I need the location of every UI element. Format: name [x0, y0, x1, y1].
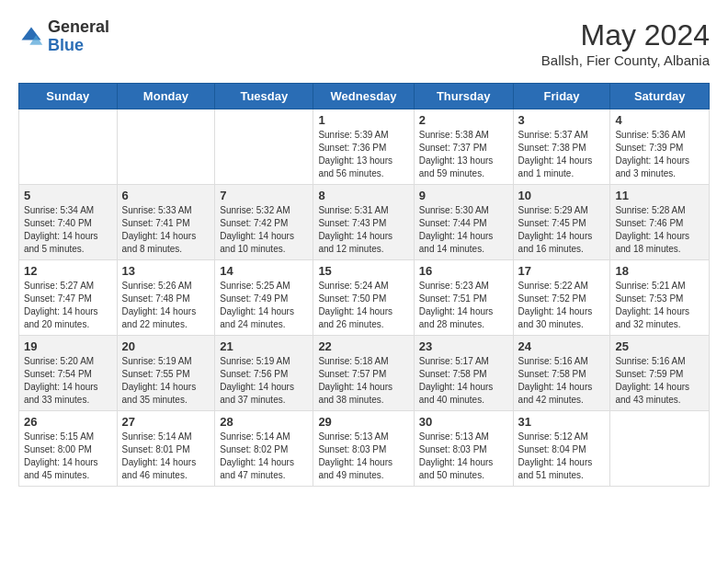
day-info: Sunrise: 5:17 AMSunset: 7:58 PMDaylight:…	[419, 355, 508, 407]
day-info: Sunrise: 5:20 AMSunset: 7:54 PMDaylight:…	[24, 355, 112, 407]
day-number: 23	[419, 339, 508, 353]
calendar-cell: 17Sunrise: 5:22 AMSunset: 7:52 PMDayligh…	[513, 260, 610, 336]
day-number: 12	[24, 264, 112, 278]
calendar-week-row: 19Sunrise: 5:20 AMSunset: 7:54 PMDayligh…	[19, 336, 710, 411]
month-title: May 2024	[541, 18, 710, 52]
day-of-week-header: Friday	[513, 84, 610, 109]
calendar-cell: 19Sunrise: 5:20 AMSunset: 7:54 PMDayligh…	[19, 336, 118, 411]
calendar-cell: 5Sunrise: 5:34 AMSunset: 7:40 PMDaylight…	[19, 185, 118, 260]
day-info: Sunrise: 5:26 AMSunset: 7:48 PMDaylight:…	[122, 280, 210, 331]
calendar-cell: 23Sunrise: 5:17 AMSunset: 7:58 PMDayligh…	[414, 336, 513, 411]
day-info: Sunrise: 5:15 AMSunset: 8:00 PMDaylight:…	[24, 431, 112, 482]
day-number: 13	[122, 264, 210, 278]
day-of-week-header: Wednesday	[313, 84, 414, 109]
calendar-cell: 14Sunrise: 5:25 AMSunset: 7:49 PMDayligh…	[215, 260, 313, 336]
logo-text: General Blue	[48, 18, 109, 55]
day-info: Sunrise: 5:16 AMSunset: 7:59 PMDaylight:…	[615, 355, 704, 407]
calendar-cell: 9Sunrise: 5:30 AMSunset: 7:44 PMDaylight…	[414, 185, 513, 260]
day-of-week-header: Thursday	[414, 84, 513, 109]
calendar-week-row: 26Sunrise: 5:15 AMSunset: 8:00 PMDayligh…	[19, 411, 710, 487]
day-info: Sunrise: 5:13 AMSunset: 8:03 PMDaylight:…	[318, 431, 408, 482]
calendar-cell: 28Sunrise: 5:14 AMSunset: 8:02 PMDayligh…	[215, 411, 313, 487]
day-info: Sunrise: 5:16 AMSunset: 7:58 PMDaylight:…	[518, 355, 606, 407]
day-number: 4	[615, 113, 704, 127]
day-of-week-header: Saturday	[610, 84, 710, 109]
day-number: 7	[220, 189, 308, 202]
calendar-cell: 7Sunrise: 5:32 AMSunset: 7:42 PMDaylight…	[215, 185, 313, 260]
day-number: 19	[24, 339, 112, 353]
calendar-cell: 15Sunrise: 5:24 AMSunset: 7:50 PMDayligh…	[313, 260, 414, 336]
day-number: 14	[220, 264, 308, 278]
calendar-cell	[215, 109, 313, 185]
calendar-cell: 20Sunrise: 5:19 AMSunset: 7:55 PMDayligh…	[117, 336, 215, 411]
calendar-cell	[117, 109, 215, 185]
day-number: 29	[318, 415, 408, 429]
page-header: General Blue May 2024 Ballsh, Fier Count…	[18, 18, 710, 68]
calendar-cell: 16Sunrise: 5:23 AMSunset: 7:51 PMDayligh…	[414, 260, 513, 336]
day-number: 26	[24, 415, 112, 429]
calendar-cell: 12Sunrise: 5:27 AMSunset: 7:47 PMDayligh…	[19, 260, 118, 336]
day-number: 24	[518, 339, 606, 353]
calendar-cell: 27Sunrise: 5:14 AMSunset: 8:01 PMDayligh…	[117, 411, 215, 487]
day-of-week-header: Monday	[117, 84, 215, 109]
logo: General Blue	[18, 18, 109, 55]
calendar-table: SundayMondayTuesdayWednesdayThursdayFrid…	[18, 83, 710, 487]
calendar-cell: 29Sunrise: 5:13 AMSunset: 8:03 PMDayligh…	[313, 411, 414, 487]
logo-icon	[18, 24, 44, 50]
day-info: Sunrise: 5:23 AMSunset: 7:51 PMDaylight:…	[419, 280, 508, 331]
calendar-cell: 30Sunrise: 5:13 AMSunset: 8:03 PMDayligh…	[414, 411, 513, 487]
day-number: 9	[419, 189, 508, 202]
calendar-week-row: 12Sunrise: 5:27 AMSunset: 7:47 PMDayligh…	[19, 260, 710, 336]
calendar-cell: 1Sunrise: 5:39 AMSunset: 7:36 PMDaylight…	[313, 109, 414, 185]
calendar-cell	[19, 109, 118, 185]
day-number: 27	[122, 415, 210, 429]
day-number: 3	[518, 113, 606, 127]
calendar-cell: 18Sunrise: 5:21 AMSunset: 7:53 PMDayligh…	[610, 260, 710, 336]
calendar-cell: 8Sunrise: 5:31 AMSunset: 7:43 PMDaylight…	[313, 185, 414, 260]
day-number: 31	[518, 415, 606, 429]
day-number: 17	[518, 264, 606, 278]
calendar-cell: 4Sunrise: 5:36 AMSunset: 7:39 PMDaylight…	[610, 109, 710, 185]
day-number: 6	[122, 189, 210, 202]
calendar-cell	[610, 411, 710, 487]
day-number: 1	[318, 113, 408, 127]
day-info: Sunrise: 5:14 AMSunset: 8:02 PMDaylight:…	[220, 431, 308, 482]
day-info: Sunrise: 5:31 AMSunset: 7:43 PMDaylight:…	[318, 204, 408, 256]
day-info: Sunrise: 5:13 AMSunset: 8:03 PMDaylight:…	[419, 431, 508, 482]
calendar-cell: 25Sunrise: 5:16 AMSunset: 7:59 PMDayligh…	[610, 336, 710, 411]
day-number: 8	[318, 189, 408, 202]
day-number: 11	[615, 189, 704, 202]
day-number: 21	[220, 339, 308, 353]
day-info: Sunrise: 5:19 AMSunset: 7:55 PMDaylight:…	[122, 355, 210, 407]
calendar-cell: 2Sunrise: 5:38 AMSunset: 7:37 PMDaylight…	[414, 109, 513, 185]
calendar-cell: 24Sunrise: 5:16 AMSunset: 7:58 PMDayligh…	[513, 336, 610, 411]
calendar-cell: 26Sunrise: 5:15 AMSunset: 8:00 PMDayligh…	[19, 411, 118, 487]
day-info: Sunrise: 5:12 AMSunset: 8:04 PMDaylight:…	[518, 431, 606, 482]
day-number: 25	[615, 339, 704, 353]
day-info: Sunrise: 5:19 AMSunset: 7:56 PMDaylight:…	[220, 355, 308, 407]
day-number: 10	[518, 189, 606, 202]
day-info: Sunrise: 5:22 AMSunset: 7:52 PMDaylight:…	[518, 280, 606, 331]
day-number: 28	[220, 415, 308, 429]
day-info: Sunrise: 5:36 AMSunset: 7:39 PMDaylight:…	[615, 129, 704, 180]
day-info: Sunrise: 5:30 AMSunset: 7:44 PMDaylight:…	[419, 204, 508, 256]
day-info: Sunrise: 5:39 AMSunset: 7:36 PMDaylight:…	[318, 129, 408, 180]
day-info: Sunrise: 5:28 AMSunset: 7:46 PMDaylight:…	[615, 204, 704, 256]
day-number: 5	[24, 189, 112, 202]
day-info: Sunrise: 5:32 AMSunset: 7:42 PMDaylight:…	[220, 204, 308, 256]
day-number: 15	[318, 264, 408, 278]
day-number: 30	[419, 415, 508, 429]
day-info: Sunrise: 5:34 AMSunset: 7:40 PMDaylight:…	[24, 204, 112, 256]
day-number: 20	[122, 339, 210, 353]
calendar-cell: 3Sunrise: 5:37 AMSunset: 7:38 PMDaylight…	[513, 109, 610, 185]
calendar-week-row: 1Sunrise: 5:39 AMSunset: 7:36 PMDaylight…	[19, 109, 710, 185]
day-info: Sunrise: 5:33 AMSunset: 7:41 PMDaylight:…	[122, 204, 210, 256]
calendar-cell: 21Sunrise: 5:19 AMSunset: 7:56 PMDayligh…	[215, 336, 313, 411]
calendar-week-row: 5Sunrise: 5:34 AMSunset: 7:40 PMDaylight…	[19, 185, 710, 260]
day-number: 22	[318, 339, 408, 353]
day-info: Sunrise: 5:38 AMSunset: 7:37 PMDaylight:…	[419, 129, 508, 180]
calendar-cell: 22Sunrise: 5:18 AMSunset: 7:57 PMDayligh…	[313, 336, 414, 411]
day-number: 2	[419, 113, 508, 127]
day-of-week-header: Sunday	[19, 84, 118, 109]
day-number: 18	[615, 264, 704, 278]
